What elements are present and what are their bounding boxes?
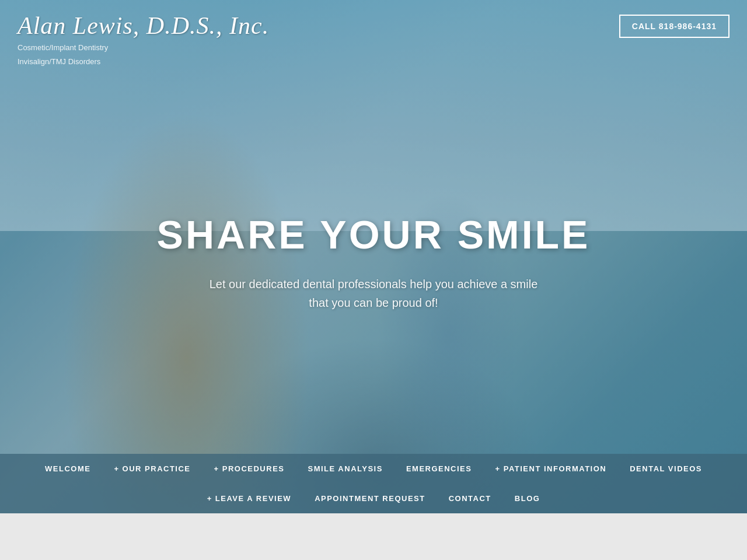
- nav-appointment-request[interactable]: APPOINTMENT REQUEST: [303, 484, 437, 513]
- nav-leave-review[interactable]: + LEAVE A REVIEW: [196, 484, 303, 513]
- site-title: Alan Lewis, D.D.S., Inc.: [18, 12, 269, 40]
- logo-subtitle-line2: Invisalign/TMJ Disorders: [18, 56, 269, 68]
- nav-blog[interactable]: BLOG: [503, 484, 552, 513]
- bottom-area: [0, 513, 747, 560]
- nav-patient-information[interactable]: + PATIENT INFORMATION: [483, 454, 618, 484]
- call-button[interactable]: CALL 818-986-4131: [619, 15, 729, 38]
- navigation-bar: WELCOME + OUR PRACTICE + PROCEDURES SMIL…: [0, 454, 747, 513]
- hero-headline: SHARE YOUR SMILE: [140, 212, 607, 257]
- hero-subtext-line2: that you can be proud of!: [309, 296, 438, 309]
- site-header: Alan Lewis, D.D.S., Inc. Cosmetic/Implan…: [0, 0, 747, 70]
- nav-our-practice[interactable]: + OUR PRACTICE: [102, 454, 202, 484]
- hero-subtext-line1: Let our dedicated dental professionals h…: [210, 278, 538, 290]
- hero-section: Alan Lewis, D.D.S., Inc. Cosmetic/Implan…: [0, 0, 747, 513]
- nav-row-2: + LEAVE A REVIEW APPOINTMENT REQUEST CON…: [0, 484, 747, 513]
- nav-smile-analysis[interactable]: SMILE ANALYSIS: [296, 454, 395, 484]
- nav-emergencies[interactable]: EMERGENCIES: [395, 454, 484, 484]
- nav-welcome[interactable]: WELCOME: [33, 454, 102, 484]
- logo-subtitle-line1: Cosmetic/Implant Dentistry: [18, 42, 269, 54]
- nav-row-1: WELCOME + OUR PRACTICE + PROCEDURES SMIL…: [0, 454, 747, 484]
- nav-procedures[interactable]: + PROCEDURES: [203, 454, 296, 484]
- nav-contact[interactable]: CONTACT: [437, 484, 503, 513]
- nav-dental-videos[interactable]: DENTAL VIDEOS: [618, 454, 714, 484]
- hero-subtext: Let our dedicated dental professionals h…: [140, 275, 607, 312]
- logo-area: Alan Lewis, D.D.S., Inc. Cosmetic/Implan…: [18, 12, 269, 67]
- hero-content: SHARE YOUR SMILE Let our dedicated denta…: [140, 212, 607, 312]
